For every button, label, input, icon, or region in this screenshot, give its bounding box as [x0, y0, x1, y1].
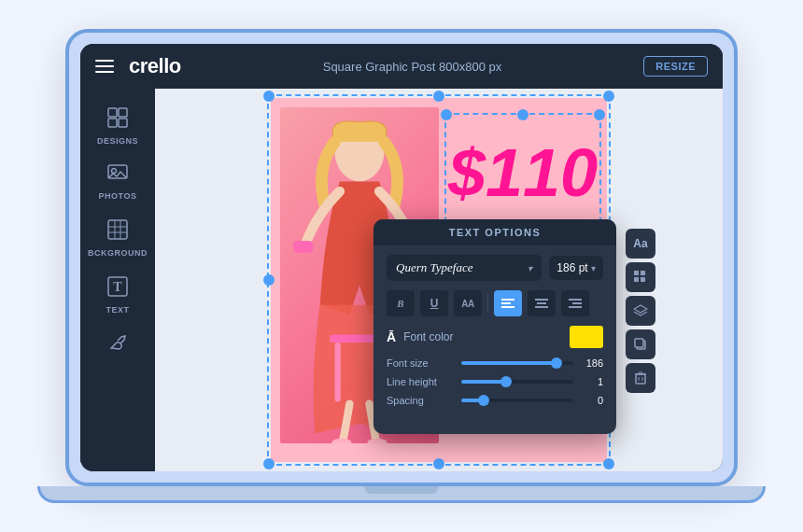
- text-options-panel: TEXT OPTIONS Quern Typeface ▾: [373, 219, 616, 434]
- line-height-slider-row: Line height 1: [387, 376, 603, 387]
- main-area: DESIGNS PHOTOS: [80, 89, 723, 471]
- underline-button[interactable]: U: [420, 290, 448, 316]
- topbar: crello Square Graphic Post 800x800 px RE…: [80, 44, 723, 89]
- spacing-slider-value: 0: [581, 395, 603, 406]
- draw-icon: [107, 333, 128, 358]
- spacing-slider[interactable]: [461, 399, 573, 402]
- align-left-button[interactable]: [494, 290, 522, 316]
- font-row: Quern Typeface ▾ 186 pt ▾: [387, 255, 603, 281]
- app-logo: crello: [129, 54, 181, 78]
- bold-button[interactable]: B: [387, 290, 415, 316]
- format-separator: [487, 294, 488, 313]
- svg-text:T: T: [113, 280, 122, 294]
- align-center-button[interactable]: [528, 290, 556, 316]
- svg-rect-6: [108, 220, 127, 239]
- canvas[interactable]: $110: [271, 98, 607, 462]
- right-toolbar: Aa: [626, 229, 655, 393]
- font-size-slider-row: Font size 186: [387, 357, 603, 369]
- sidebar-designs-label: DESIGNS: [97, 136, 138, 146]
- handle-tm[interactable]: [433, 91, 444, 102]
- color-row: Ā Font color: [387, 326, 603, 348]
- grid-button[interactable]: [626, 262, 655, 292]
- canvas-area: $110: [155, 89, 723, 471]
- handle-tr[interactable]: [603, 91, 614, 102]
- sidebar: DESIGNS PHOTOS: [80, 89, 155, 471]
- laptop-screen: crello Square Graphic Post 800x800 px RE…: [80, 44, 723, 471]
- background-icon: [107, 219, 128, 245]
- font-size-slider[interactable]: [461, 361, 573, 365]
- layers-button[interactable]: [626, 296, 655, 326]
- panel-header: TEXT OPTIONS: [373, 219, 616, 245]
- document-title: Square Graphic Post 800x800 px: [196, 60, 629, 74]
- font-color-char: Ā: [387, 329, 396, 344]
- laptop-notch: [364, 486, 439, 494]
- format-row: B U AA: [387, 290, 603, 316]
- font-color-swatch[interactable]: [570, 326, 603, 348]
- svg-rect-38: [639, 372, 642, 374]
- handle-ml[interactable]: [263, 274, 275, 286]
- svg-rect-35: [635, 339, 643, 347]
- font-size-thumb[interactable]: [551, 357, 562, 369]
- spacing-slider-label: Spacing: [387, 395, 454, 406]
- sidebar-item-text[interactable]: T TEXT: [80, 269, 155, 322]
- font-family-select[interactable]: Quern Typeface ▾: [387, 255, 542, 281]
- font-size-value: 186 pt: [556, 261, 587, 274]
- line-height-slider-label: Line height: [387, 376, 454, 387]
- price-handle-tl[interactable]: [441, 109, 452, 120]
- align-right-button[interactable]: [561, 290, 589, 316]
- copy-button[interactable]: [626, 329, 655, 359]
- svg-rect-2: [108, 119, 117, 127]
- sidebar-item-background[interactable]: BCKGROUND: [80, 212, 155, 265]
- sidebar-item-photos[interactable]: PHOTOS: [80, 157, 155, 208]
- svg-rect-14: [293, 241, 313, 253]
- uppercase-button[interactable]: AA: [454, 290, 482, 316]
- svg-rect-3: [119, 119, 127, 127]
- font-size-slider-label: Font size: [387, 357, 454, 369]
- photos-icon: [107, 164, 128, 188]
- svg-rect-30: [634, 271, 639, 275]
- font-type-button[interactable]: Aa: [626, 229, 655, 259]
- price-handle-tr[interactable]: [594, 109, 605, 120]
- svg-rect-32: [634, 277, 639, 282]
- spacing-thumb[interactable]: [478, 395, 489, 406]
- sidebar-background-label: BCKGROUND: [88, 248, 148, 258]
- svg-point-17: [367, 439, 387, 443]
- price-handle-tm[interactable]: [517, 109, 528, 120]
- laptop-base: [37, 486, 766, 503]
- panel-title: TEXT OPTIONS: [373, 227, 616, 238]
- handle-tl[interactable]: [263, 91, 275, 102]
- svg-rect-31: [641, 271, 645, 275]
- laptop-shell: crello Square Graphic Post 800x800 px RE…: [65, 29, 738, 486]
- font-size-select[interactable]: 186 pt ▾: [549, 256, 603, 280]
- svg-rect-19: [335, 343, 341, 402]
- font-color-label: Font color: [403, 330, 562, 343]
- font-size-slider-value: 186: [581, 357, 603, 369]
- delete-button[interactable]: [626, 363, 655, 393]
- svg-rect-33: [641, 277, 645, 282]
- handle-bm[interactable]: [433, 458, 444, 469]
- line-height-slider-value: 1: [581, 376, 603, 387]
- price-text-element[interactable]: $110: [448, 117, 598, 229]
- sidebar-text-label: TEXT: [106, 305, 129, 315]
- svg-point-5: [112, 169, 117, 174]
- price-selection-box: [444, 113, 601, 232]
- svg-rect-0: [108, 108, 117, 117]
- designs-icon: [107, 107, 128, 133]
- hamburger-menu[interactable]: [95, 60, 114, 73]
- panel-body: Quern Typeface ▾ 186 pt ▾ B: [373, 245, 616, 423]
- sidebar-item-draw[interactable]: [80, 326, 155, 366]
- handle-bl[interactable]: [263, 458, 275, 469]
- line-height-thumb[interactable]: [500, 376, 512, 387]
- font-size-fill: [461, 361, 556, 365]
- text-icon: T: [107, 276, 128, 301]
- resize-button[interactable]: RESIZE: [643, 56, 708, 77]
- line-height-slider[interactable]: [461, 380, 573, 384]
- sidebar-photos-label: PHOTOS: [99, 191, 137, 201]
- font-name: Quern Typeface: [396, 260, 472, 275]
- svg-point-16: [331, 439, 351, 443]
- handle-br[interactable]: [603, 458, 614, 469]
- sidebar-item-designs[interactable]: DESIGNS: [80, 100, 155, 153]
- spacing-slider-row: Spacing 0: [387, 395, 603, 406]
- svg-rect-1: [119, 108, 127, 117]
- svg-rect-36: [636, 374, 645, 384]
